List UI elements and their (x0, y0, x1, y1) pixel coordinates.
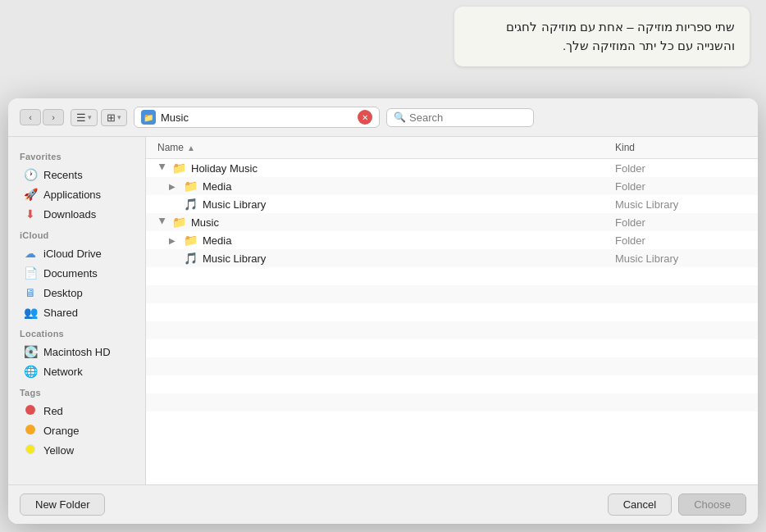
sidebar-label-tag-yellow: Yellow (43, 444, 74, 457)
documents-icon: 📄 (23, 266, 38, 280)
empty-row (146, 393, 758, 412)
action-buttons: Cancel Choose (608, 493, 746, 516)
file-kind: Folder (615, 180, 746, 193)
grid-view-button[interactable]: ⊞ ▾ (101, 109, 127, 126)
sidebar-item-recents[interactable]: 🕐 Recents (11, 165, 142, 184)
empty-row (146, 339, 758, 357)
icloud-header: iCloud (8, 224, 145, 243)
sidebar-label-recents: Recents (43, 169, 83, 181)
empty-row (146, 357, 758, 375)
file-row[interactable]: ▶ 📁 Music Folder (146, 213, 758, 231)
file-row[interactable]: ▶ 🎵 Music Library Music Library (146, 249, 758, 267)
search-input[interactable] (409, 111, 524, 124)
network-icon: 🌐 (23, 365, 38, 378)
view-buttons: ☰ ▾ ⊞ ▾ (71, 109, 127, 126)
file-row[interactable]: ▶ 📁 Holiday Music Folder (146, 159, 758, 177)
file-row[interactable]: ▶ 📁 Media Folder (146, 231, 758, 249)
empty-row (146, 285, 758, 303)
list-view-button[interactable]: ☰ ▾ (71, 109, 98, 126)
open-dialog: ‹ › ☰ ▾ ⊞ ▾ 📁 Music ✕ 🔍 (8, 98, 758, 524)
tags-header: Tags (8, 381, 145, 401)
list-icon: ☰ (76, 111, 86, 124)
sidebar-item-tag-yellow[interactable]: Yellow (11, 440, 142, 460)
file-row[interactable]: ▶ 📁 Media Folder (146, 177, 758, 195)
sidebar-label-icloud-drive: iCloud Drive (43, 248, 102, 260)
sidebar-label-shared: Shared (43, 307, 78, 319)
music-library-icon: 🎵 (184, 198, 198, 211)
location-bar: 📁 Music ✕ (134, 107, 380, 128)
icloud-drive-icon: ☁ (23, 247, 38, 260)
sidebar-label-downloads: Downloads (43, 208, 96, 221)
sidebar-item-downloads[interactable]: ⬇ Downloads (11, 204, 142, 224)
sort-arrow: ▲ (187, 143, 195, 152)
folder-icon: 📁 (184, 234, 198, 247)
file-kind: Folder (615, 216, 746, 229)
file-row[interactable]: ▶ 🎵 Music Library Music Library (146, 195, 758, 213)
nav-forward-button[interactable]: › (43, 109, 64, 125)
expand-arrow[interactable]: ▶ (158, 163, 167, 173)
new-folder-button[interactable]: New Folder (20, 493, 105, 516)
file-name-cell: ▶ 🎵 Music Library (169, 198, 615, 211)
empty-row (146, 321, 758, 339)
sidebar-item-shared[interactable]: 👥 Shared (11, 302, 142, 322)
file-kind: Music Library (615, 198, 746, 211)
toolbar: ‹ › ☰ ▾ ⊞ ▾ 📁 Music ✕ 🔍 (8, 98, 758, 137)
cancel-button[interactable]: Cancel (608, 493, 672, 516)
content-area: Favorites 🕐 Recents 🚀 Applications ⬇ Dow… (8, 137, 758, 484)
close-button[interactable]: ✕ (358, 110, 372, 125)
choose-button[interactable]: Choose (678, 493, 746, 516)
sidebar-item-network[interactable]: 🌐 Network (11, 361, 142, 381)
file-name-cell: ▶ 📁 Media (169, 180, 615, 193)
bottom-bar: New Folder Cancel Choose (8, 484, 758, 524)
red-tag-icon (23, 404, 38, 417)
sidebar-item-tag-red[interactable]: Red (11, 401, 142, 421)
grid-icon: ⊞ (107, 111, 116, 124)
file-name: Media (203, 234, 231, 247)
file-list-header: Name ▲ Kind (146, 137, 758, 159)
chevron-down-icon: ▾ (88, 113, 92, 121)
sidebar-label-applications: Applications (43, 189, 101, 201)
choose-label: Choose (694, 498, 731, 511)
sidebar-label-tag-orange: Orange (43, 425, 79, 437)
sidebar-item-macintosh-hd[interactable]: 💽 Macintosh HD (11, 342, 142, 361)
file-name-cell: ▶ 🎵 Music Library (169, 252, 615, 265)
file-name: Music (191, 216, 219, 229)
sidebar-item-desktop[interactable]: 🖥 Desktop (11, 283, 142, 302)
sidebar-item-icloud-drive[interactable]: ☁ iCloud Drive (11, 243, 142, 263)
search-bar[interactable]: 🔍 (386, 108, 534, 127)
sidebar-label-desktop: Desktop (43, 287, 83, 299)
file-name: Holiday Music (191, 162, 258, 175)
col-kind-label: Kind (615, 142, 635, 153)
file-name: Media (203, 180, 231, 193)
file-browser: Name ▲ Kind ▶ 📁 Holiday Music Folder (146, 137, 758, 484)
orange-tag-icon (23, 424, 38, 437)
expand-arrow[interactable]: ▶ (169, 182, 179, 191)
expand-arrow[interactable]: ▶ (158, 217, 167, 227)
sidebar: Favorites 🕐 Recents 🚀 Applications ⬇ Dow… (8, 137, 146, 484)
folder-icon: 📁 (184, 180, 198, 193)
empty-row (146, 375, 758, 393)
cancel-label: Cancel (623, 498, 656, 511)
tooltip-text: שתי ספריות מוזיקה – אחת עם מוזיקה לחגים … (506, 20, 735, 52)
empty-row (146, 303, 758, 321)
new-folder-label: New Folder (35, 498, 89, 511)
col-kind-header[interactable]: Kind (615, 142, 746, 153)
applications-icon: 🚀 (23, 188, 38, 201)
folder-icon: 📁 (172, 161, 186, 175)
col-name-header[interactable]: Name ▲ (157, 142, 615, 153)
search-icon: 🔍 (394, 111, 406, 123)
expand-arrow[interactable]: ▶ (169, 236, 179, 245)
file-list: ▶ 📁 Holiday Music Folder ▶ 📁 Media Folde… (146, 159, 758, 484)
sidebar-item-documents[interactable]: 📄 Documents (11, 263, 142, 283)
chevron-left-icon: ‹ (29, 112, 32, 122)
chevron-right-icon: › (52, 112, 55, 122)
file-name: Music Library (203, 198, 266, 211)
file-name: Music Library (203, 252, 266, 265)
music-library-icon: 🎵 (184, 252, 198, 265)
nav-back-button[interactable]: ‹ (20, 109, 41, 125)
file-name-cell: ▶ 📁 Holiday Music (157, 161, 615, 175)
sidebar-item-tag-orange[interactable]: Orange (11, 421, 142, 440)
locations-header: Locations (8, 322, 145, 342)
sidebar-item-applications[interactable]: 🚀 Applications (11, 184, 142, 204)
col-name-label: Name (157, 142, 184, 153)
